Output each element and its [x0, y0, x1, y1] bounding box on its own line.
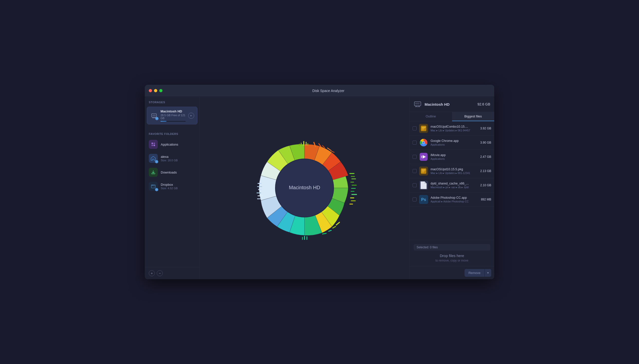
svg-rect-44: [257, 186, 262, 187]
add-folder-button[interactable]: +: [149, 270, 155, 276]
svg-rect-39: [322, 233, 326, 234]
file-item[interactable]: dyld_shared_cache_x86_... Macintosh ▸ pr…: [410, 178, 494, 192]
bottom-actions: Remove ▼: [410, 266, 494, 279]
remove-folder-button[interactable]: −: [157, 270, 163, 276]
drop-subtitle: to remove, copy or move: [413, 259, 490, 262]
hd-icon: [413, 100, 421, 108]
remove-dropdown-button[interactable]: ▼: [485, 269, 491, 277]
svg-rect-1: [152, 115, 156, 116]
svg-rect-58: [421, 127, 425, 128]
svg-rect-34: [351, 200, 356, 201]
svg-point-12: [153, 185, 153, 186]
storage-progress-fill: [160, 121, 166, 122]
main-content: Storages ✓ Macintosh HD 28.5 GB Free of …: [145, 97, 494, 279]
close-button[interactable]: [149, 89, 152, 92]
tab-biggest-files[interactable]: Biggest files: [452, 112, 495, 121]
svg-rect-35: [349, 204, 353, 204]
svg-rect-40: [304, 236, 305, 240]
file-checkbox[interactable]: [412, 169, 416, 173]
fav-icon-dropbox: ✓: [149, 182, 158, 191]
file-info: dyld_shared_cache_x86_... Macintosh ▸ pr…: [431, 182, 478, 189]
svg-rect-19: [299, 144, 300, 146]
fav-info-applications: Applications: [161, 142, 195, 146]
sunburst-chart[interactable]: Macintosh HD: [240, 123, 369, 253]
file-icon-file: [419, 181, 428, 190]
svg-rect-60: [421, 130, 424, 130]
file-checkbox[interactable]: [412, 126, 416, 130]
fav-name-dropbox: Dropbox: [161, 183, 195, 186]
play-button[interactable]: ▶: [188, 113, 194, 119]
file-item[interactable]: macOSUpd10.15.5.pkg Mac ▸ Lib ▸ Updates …: [410, 164, 494, 178]
fav-info-downloads: Downloads: [161, 170, 195, 174]
fav-info-dropbox: Dropbox Size: 4.52 GB: [161, 183, 195, 190]
sidebar-bottom: + −: [145, 267, 199, 279]
window-title: Disk Space Analyzer: [166, 89, 490, 93]
maximize-button[interactable]: [159, 89, 162, 92]
fav-icon-applications: [149, 140, 158, 149]
file-info: macOSUpdCombo10.15.... Mac ▸ Lib ▸ Updat…: [431, 125, 478, 132]
tab-outline[interactable]: Outline: [410, 112, 452, 121]
storages-label: Storages: [145, 97, 199, 106]
file-checkbox[interactable]: [412, 140, 416, 144]
storage-size: 28.5 GB Free of 121 GB: [160, 114, 186, 120]
storage-progress-bar: [160, 121, 186, 122]
file-icon-imovie: [419, 152, 428, 161]
file-size: 2.13 GB: [480, 169, 491, 173]
file-size: 2.10 GB: [480, 184, 491, 187]
file-item[interactable]: Google Chrome.app Applications 3.90 GB: [410, 136, 494, 150]
file-checkbox[interactable]: [412, 183, 416, 187]
svg-rect-25: [349, 173, 354, 174]
hd-display-name: Macintosh HD: [424, 102, 475, 106]
drop-title: Drop files here: [413, 254, 490, 258]
fav-item-downloads[interactable]: Downloads: [145, 165, 199, 179]
file-icon-ps: Ps: [419, 195, 428, 204]
app-window: Disk Space Analyzer Storages ✓ Maci: [145, 85, 494, 279]
file-name: macOSUpd10.15.5.pkg: [431, 168, 478, 171]
svg-rect-17: [306, 142, 307, 145]
fav-item-dropbox[interactable]: ✓ Dropbox Size: 4.52 GB: [145, 179, 199, 193]
svg-text:Ps: Ps: [421, 198, 426, 202]
fav-size-dropbox: Size: 4.52 GB: [161, 187, 195, 190]
right-header: Macintosh HD 92.6 GB: [410, 97, 494, 112]
file-item[interactable]: Ps Adobe Photoshop CC.app Applicati ▸ Ad…: [410, 192, 494, 207]
favorites-label: Favorite Folders: [145, 128, 199, 137]
minimize-button[interactable]: [154, 89, 157, 92]
favorites-list: Applications ✓ alexa Size: 18.0 GB: [145, 137, 199, 267]
fav-name-applications: Applications: [161, 142, 195, 146]
storage-item-macintosh-hd[interactable]: ✓ Macintosh HD 28.5 GB Free of 121 GB ▶: [147, 107, 197, 124]
file-item[interactable]: iMovie.app Applications 2.47 GB: [410, 150, 494, 164]
svg-rect-41: [302, 237, 303, 240]
file-checkbox[interactable]: [412, 198, 416, 202]
chart-area: Macintosh HD: [200, 97, 409, 279]
svg-rect-9: [151, 173, 155, 174]
fav-name-downloads: Downloads: [161, 170, 195, 174]
file-name: iMovie.app: [431, 153, 478, 157]
svg-rect-26: [351, 176, 355, 177]
title-bar: Disk Space Analyzer: [145, 85, 494, 97]
svg-rect-37: [332, 226, 336, 228]
files-list: macOSUpdCombo10.15.... Mac ▸ Lib ▸ Updat…: [410, 122, 494, 240]
file-info: Google Chrome.app Applications: [431, 139, 478, 146]
svg-rect-33: [350, 198, 354, 198]
svg-rect-36: [336, 222, 340, 226]
storage-name: Macintosh HD: [160, 110, 186, 113]
remove-button[interactable]: Remove: [465, 269, 485, 277]
file-info: macOSUpd10.15.5.pkg Mac ▸ Lib ▸ Updates …: [431, 168, 478, 174]
file-path: Macintosh ▸ pri ▸ var ▸ db ▸ dyld: [431, 186, 478, 189]
svg-rect-53: [415, 103, 419, 104]
svg-rect-16: [301, 142, 302, 146]
drop-zone: Selected: 0 files Drop files here to rem…: [410, 240, 494, 266]
svg-rect-18: [308, 143, 308, 146]
file-checkbox[interactable]: [412, 155, 416, 159]
file-size: 2.47 GB: [480, 155, 491, 158]
dropbox-check-badge: ✓: [155, 188, 158, 191]
alexa-check-badge: ✓: [155, 160, 158, 163]
svg-rect-31: [351, 191, 354, 192]
file-item[interactable]: macOSUpdCombo10.15.... Mac ▸ Lib ▸ Updat…: [410, 122, 494, 136]
fav-item-applications[interactable]: Applications: [145, 137, 199, 151]
file-name: Google Chrome.app: [431, 139, 478, 142]
svg-rect-15: [303, 141, 304, 146]
svg-rect-46: [257, 192, 261, 194]
fav-item-alexa[interactable]: ✓ alexa Size: 18.0 GB: [145, 151, 199, 165]
svg-rect-30: [351, 188, 356, 189]
